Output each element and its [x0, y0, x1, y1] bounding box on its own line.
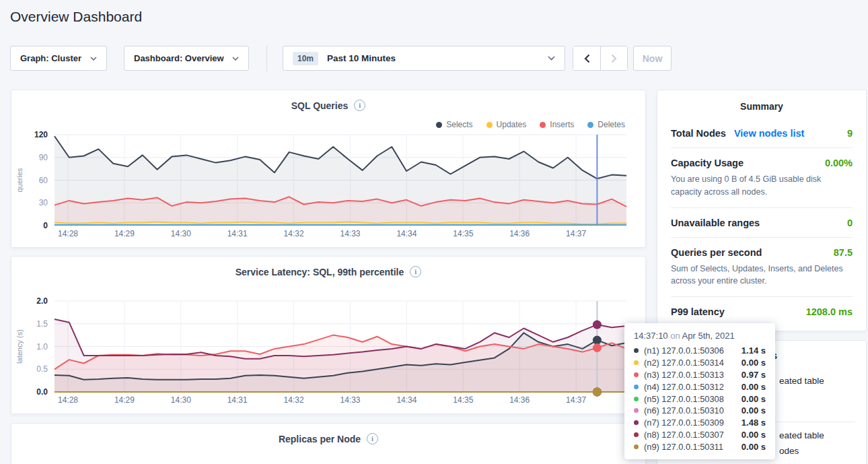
svg-text:0: 0: [43, 221, 48, 230]
svg-text:14:31: 14:31: [227, 229, 248, 238]
chart-tooltip: 14:37:10 on Apr 5th, 2021 (n1) 127.0.0.1…: [624, 323, 775, 459]
legend-dot-icon: [540, 122, 546, 128]
tooltip-node-label: (n7) 127.0.0.1:50309: [644, 418, 724, 428]
service-latency-chart[interactable]: 14:2814:2914:3014:3114:3214:3314:3414:35…: [11, 294, 647, 413]
svg-text:0.0: 0.0: [36, 387, 48, 397]
toolbar-divider: [266, 45, 267, 71]
summary-heading: Summary: [657, 101, 866, 112]
chevron-down-icon: [548, 56, 555, 61]
now-button[interactable]: Now: [633, 46, 672, 71]
tooltip-node-label: (n3) 127.0.0.1:50313: [644, 370, 724, 380]
qps-value: 87.5: [834, 247, 853, 258]
replicas-panel: Replicas per Node i: [11, 423, 646, 464]
summary-row-qps: Queries per second 87.5: [657, 247, 866, 258]
svg-text:14:34: 14:34: [396, 229, 417, 238]
svg-text:14:36: 14:36: [509, 395, 530, 405]
time-prev-button[interactable]: [573, 46, 600, 70]
tooltip-node-value: 0.00 s: [737, 405, 766, 416]
divider: [671, 207, 853, 208]
time-next-button[interactable]: [600, 46, 627, 70]
svg-text:14:29: 14:29: [114, 229, 135, 238]
view-nodes-list-link[interactable]: View nodes list: [734, 128, 805, 139]
svg-text:latency (s): latency (s): [15, 329, 24, 364]
tooltip-node-value: 0.00 s: [737, 358, 766, 368]
time-range-label: Past 10 Minutes: [327, 53, 396, 63]
info-icon[interactable]: i: [367, 433, 378, 444]
summary-row-unavailable: Unavailable ranges 0: [657, 218, 866, 228]
svg-text:2.0: 2.0: [36, 296, 48, 306]
svg-text:14:37: 14:37: [566, 395, 586, 405]
sql-queries-title: SQL Queries: [291, 100, 349, 111]
node-dot-icon: [634, 444, 639, 449]
p99-latency-label: P99 latency: [671, 306, 725, 317]
time-range-badge: 10m: [293, 52, 318, 65]
service-latency-panel: Service Latency: SQL, 99th percentile i …: [11, 256, 646, 414]
tooltip-rows: (n1) 127.0.0.1:503061.14 s(n2) 127.0.0.1…: [634, 345, 766, 453]
summary-panel: Summary Total Nodes View nodes list 9 Ca…: [657, 90, 867, 331]
legend-dot-icon: [587, 122, 593, 128]
page-title: Overview Dashboard: [10, 9, 142, 25]
node-dot-icon: [634, 408, 639, 413]
svg-text:14:30: 14:30: [171, 395, 191, 405]
replicas-title: Replicas per Node: [279, 434, 361, 444]
total-nodes-label: Total Nodes: [671, 128, 726, 139]
event-item[interactable]: eated table: [779, 376, 824, 386]
graph-dropdown[interactable]: Graph: Cluster: [10, 46, 107, 71]
tooltip-node-value: 0.97 s: [737, 370, 766, 380]
service-latency-title: Service Latency: SQL, 99th percentile: [236, 267, 404, 277]
chevron-down-icon: [90, 57, 97, 61]
svg-text:30: 30: [39, 198, 48, 207]
dashboard-dropdown-label: Dashboard: Overview: [134, 53, 224, 63]
tooltip-row: (n7) 127.0.0.1:503091.48 s: [634, 417, 766, 429]
legend-dot-icon: [486, 122, 493, 128]
info-icon[interactable]: i: [354, 100, 365, 111]
svg-text:14:30: 14:30: [171, 229, 191, 238]
time-nav-group: [573, 46, 628, 71]
divider: [671, 237, 853, 238]
capacity-usage-value: 0.00%: [825, 158, 853, 168]
svg-text:14:36: 14:36: [509, 229, 530, 238]
sql-queries-chart[interactable]: 14:2814:2914:3014:3114:3214:3314:3414:35…: [11, 128, 647, 246]
sql-queries-panel: SQL Queries i SelectsUpdatesInsertsDelet…: [11, 90, 646, 248]
tooltip-node-value: 0.00 s: [737, 394, 766, 404]
time-range-picker[interactable]: 10m Past 10 Minutes: [283, 46, 565, 71]
total-nodes-value: 9: [847, 128, 853, 139]
tooltip-row: (n1) 127.0.0.1:503061.14 s: [634, 345, 766, 357]
unavailable-ranges-value: 0: [847, 218, 853, 228]
tooltip-node-label: (n2) 127.0.0.1:50314: [644, 358, 724, 368]
info-icon[interactable]: i: [410, 266, 421, 277]
tooltip-row: (n6) 127.0.0.1:503100.00 s: [634, 405, 766, 417]
capacity-usage-desc: You are using 0 B of 4.5 GiB usable disk…: [657, 173, 866, 199]
divider: [671, 147, 853, 148]
summary-row-p99: P99 latency 1208.0 ms: [657, 306, 866, 317]
divider: [671, 296, 853, 297]
tooltip-node-value: 1.14 s: [737, 345, 766, 356]
event-item[interactable]: eated table: [779, 430, 824, 440]
qps-label: Queries per second: [671, 247, 762, 258]
summary-row-total-nodes: Total Nodes View nodes list 9: [657, 128, 866, 139]
tooltip-node-label: (n4) 127.0.0.1:50312: [644, 382, 724, 392]
tooltip-row: (n2) 127.0.0.1:503140.00 s: [634, 357, 766, 369]
tooltip-node-value: 0.00 s: [737, 430, 766, 440]
legend-dot-icon: [436, 122, 442, 128]
chevron-left-icon: [584, 54, 590, 63]
svg-text:90: 90: [39, 153, 48, 162]
node-dot-icon: [634, 385, 639, 389]
svg-text:0.5: 0.5: [36, 364, 48, 374]
tooltip-node-label: (n9) 127.0.0.1:50311: [644, 442, 723, 452]
dashboard-dropdown[interactable]: Dashboard: Overview: [124, 46, 249, 71]
tooltip-row: (n9) 127.0.0.1:503110.00 s: [634, 440, 766, 453]
svg-text:14:37: 14:37: [566, 229, 586, 238]
node-dot-icon: [634, 360, 639, 365]
svg-text:14:29: 14:29: [114, 395, 135, 405]
event-item[interactable]: odes: [779, 446, 799, 456]
tooltip-row: (n4) 127.0.0.1:503120.00 s: [634, 380, 766, 393]
node-dot-icon: [634, 432, 639, 437]
tooltip-node-label: (n6) 127.0.0.1:50310: [644, 405, 724, 416]
svg-text:120: 120: [34, 130, 48, 139]
graph-dropdown-label: Graph: Cluster: [20, 53, 81, 63]
chevron-right-icon: [611, 54, 617, 63]
svg-text:14:28: 14:28: [58, 229, 78, 238]
node-dot-icon: [634, 397, 639, 401]
svg-text:queries: queries: [15, 168, 24, 193]
